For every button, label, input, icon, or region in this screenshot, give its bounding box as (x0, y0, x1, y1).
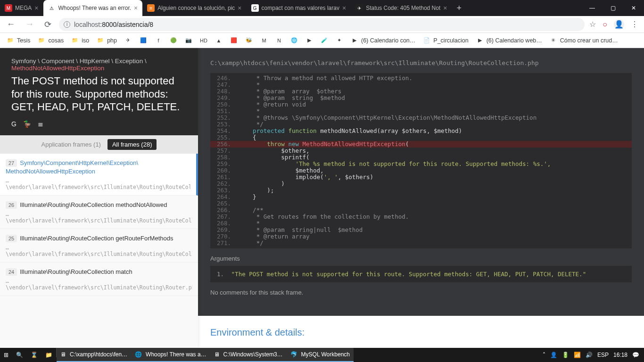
bookmark-item[interactable]: 📁iso (68, 35, 92, 46)
bookmark-item[interactable]: 🧪 (318, 35, 331, 46)
tray-notifications-icon[interactable]: 💬 (632, 352, 639, 358)
environment-section-title: Environment & details: (198, 316, 644, 348)
tray-language[interactable]: ESP (597, 352, 609, 358)
bookmark-item[interactable]: 📁php (94, 35, 120, 46)
bookmark-item[interactable]: 📷 (182, 35, 195, 46)
star-bookmark-icon[interactable]: ☆ (589, 20, 596, 29)
tray-wifi-icon[interactable]: 📶 (574, 352, 581, 358)
close-window-button[interactable]: ✕ (623, 0, 644, 16)
omnibox[interactable]: i localhost:8000/asistencia/8 (59, 18, 585, 31)
tab-close-icon[interactable]: × (443, 4, 447, 12)
bookmark-icon: 🌐 (290, 37, 298, 44)
duckduckgo-icon[interactable]: 🦆 (23, 120, 31, 128)
tray-volume-icon[interactable]: 🔊 (586, 352, 593, 358)
bookmark-item[interactable]: ✈ (122, 35, 135, 46)
exception-actions: G 🦆 ≣ (11, 120, 187, 128)
stack-frame[interactable]: 24Illuminate\Routing\RouteCollection mat… (0, 263, 198, 296)
taskbar-item[interactable]: ⌛ (27, 348, 41, 362)
forward-button[interactable]: → (23, 18, 37, 30)
google-search-icon[interactable]: G (11, 120, 17, 128)
extension-icon[interactable]: ○ (603, 20, 607, 29)
tab-close-icon[interactable]: × (34, 4, 38, 12)
tray-battery-icon[interactable]: 🔋 (562, 352, 569, 358)
bookmark-item[interactable]: ▶(6) Calendario con… (348, 35, 418, 46)
bookmark-item[interactable]: N (272, 35, 286, 46)
bookmark-icon: 📁 (38, 37, 45, 44)
reload-button[interactable]: ⟳ (41, 18, 54, 31)
taskbar-item[interactable]: 📁 (41, 348, 56, 362)
minimize-button[interactable]: — (582, 0, 603, 16)
tab-title: compact con mas valores larav (262, 5, 339, 11)
taskbar-item[interactable]: ⊞ (0, 348, 12, 362)
all-frames-tab[interactable]: All frames (28) (107, 139, 157, 150)
address-bar: ← → ⟳ i localhost:8000/asistencia/8 ☆ ○ … (0, 16, 644, 33)
bookmark-item[interactable]: 📄P_circulacion (420, 35, 471, 46)
maximize-button[interactable]: ▢ (603, 0, 623, 16)
tab-close-icon[interactable]: × (238, 4, 241, 12)
site-info-icon[interactable]: i (64, 21, 70, 28)
bookmark-item[interactable]: 🟦 (137, 35, 150, 46)
taskbar-item[interactable]: 🐬MySQL Workbench (287, 348, 354, 362)
browser-tab[interactable]: Gcompact con mas valores larav× (247, 0, 351, 16)
bookmark-item[interactable]: 🌐 (288, 35, 301, 46)
tab-close-icon[interactable]: × (134, 4, 138, 12)
right-panel[interactable]: C:\xampp\htdocs\fenix\vendor\laravel\fra… (198, 48, 644, 348)
menu-icon[interactable]: ⋮ (631, 20, 638, 29)
url-host: localhost (74, 21, 100, 28)
windows-taskbar: ⊞🔍⌛📁🖥C:\xampp\htdocs\fen…🌐Whoops! There … (0, 348, 644, 362)
browser-titlebar: MMEGA×⚠Whoops! There was an error.×≡Algu… (0, 0, 644, 16)
bookmark-item[interactable]: ✦ (333, 35, 346, 46)
file-path: C:\xampp\htdocs\fenix\vendor\laravel\fra… (210, 59, 632, 66)
exception-header: Symfony \ Component \ HttpKernel \ Excep… (0, 48, 198, 135)
tab-title: MEGA (15, 5, 32, 11)
stack-frame[interactable]: 26Illuminate\Routing\RouteCollection met… (0, 196, 198, 229)
browser-tab[interactable]: ≡Alguien conoce la solución, pic× (142, 0, 246, 16)
bookmark-item[interactable]: HD (197, 35, 210, 46)
code-line: 269. * @param string|null $method (210, 227, 632, 233)
taskbar-item[interactable]: 🌐Whoops! There was a… (131, 348, 210, 362)
bookmark-item[interactable]: f (152, 35, 165, 46)
stackoverflow-icon[interactable]: ≣ (38, 120, 43, 128)
stack-frames-list[interactable]: 27Symfony\Component\HttpKernel\Exception… (0, 154, 198, 348)
bookmark-item[interactable]: 📁cosas (35, 35, 66, 46)
tray-up-icon[interactable]: ˄ (543, 352, 545, 358)
argument-value: "The POST method is not supported for th… (231, 271, 586, 278)
browser-tab[interactable]: ⚠Whoops! There was an error.× (43, 0, 143, 16)
bookmark-icon: 🧪 (321, 37, 328, 44)
browser-tab[interactable]: MMEGA× (0, 0, 43, 16)
bookmark-item[interactable]: M (257, 35, 271, 46)
new-tab-button[interactable]: + (452, 3, 466, 13)
taskbar-item-icon: 🔍 (16, 352, 23, 358)
bookmark-item[interactable]: 📁Tesis (4, 35, 33, 46)
profile-avatar[interactable]: 👤 (614, 19, 624, 30)
application-frames-tab[interactable]: Application frames (1) (41, 141, 101, 148)
frame-path: …\vendor\laravel\framework\src\Illuminat… (6, 278, 192, 291)
tray-people-icon[interactable]: 👤 (550, 352, 557, 358)
browser-tab[interactable]: ✈Status Code: 405 Method Not× (351, 0, 452, 16)
bookmark-item[interactable]: 🐝 (242, 35, 256, 46)
back-button[interactable]: ← (4, 18, 18, 30)
code-line: 255. { (210, 134, 632, 141)
bookmark-item[interactable]: ▲ (212, 35, 225, 46)
bookmark-icon: 🟢 (170, 37, 177, 44)
taskbar-item[interactable]: 🖥C:\Windows\System3… (210, 348, 287, 362)
bookmark-item[interactable]: ▶(6) Calendario web… (473, 35, 545, 46)
tray-clock[interactable]: 16:18 (613, 352, 627, 358)
bookmark-item[interactable]: ▶ (303, 35, 316, 46)
stack-frame[interactable]: 27Symfony\Component\HttpKernel\Exception… (0, 154, 198, 196)
bookmark-icon: 📷 (185, 37, 192, 44)
bookmark-item[interactable]: ✳Cómo crear un crud… (547, 35, 621, 46)
tab-close-icon[interactable]: × (342, 4, 346, 12)
stack-frame[interactable]: 25Illuminate\Routing\RouteCollection get… (0, 229, 198, 263)
code-line: 261. implode(', ', $others) (210, 174, 632, 181)
page-content: Symfony \ Component \ HttpKernel \ Excep… (0, 48, 644, 348)
exception-class: MethodNotAllowedHttpException (11, 65, 187, 72)
bookmark-icon: 🟥 (230, 37, 238, 44)
code-line: 259. 'The %s method is not supported for… (210, 161, 632, 167)
bookmark-icon: 📁 (71, 37, 79, 44)
bookmark-item[interactable]: 🟥 (227, 35, 240, 46)
taskbar-item[interactable]: 🖥C:\xampp\htdocs\fen… (57, 348, 131, 362)
taskbar-item[interactable]: 🔍 (12, 348, 27, 362)
bookmark-item[interactable]: 🟢 (167, 35, 180, 46)
code-line: 268. * (210, 220, 632, 227)
